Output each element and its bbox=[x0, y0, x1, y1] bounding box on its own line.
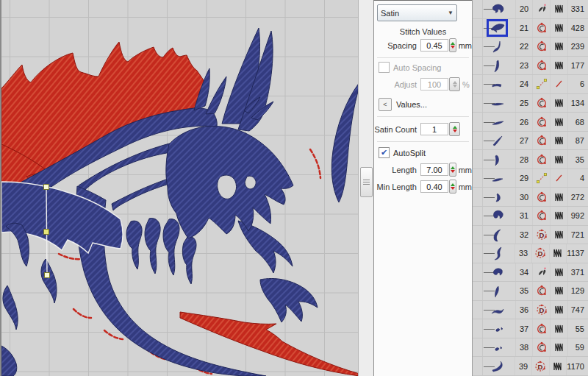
stitch-type-cell[interactable] bbox=[550, 226, 567, 244]
object-row-38[interactable]: 3859 bbox=[473, 338, 588, 358]
stitch-type-dropdown[interactable]: Satin ▼ bbox=[377, 4, 457, 21]
object-row-26[interactable]: 2668 bbox=[473, 113, 588, 132]
object-row-37[interactable]: 3755 bbox=[473, 319, 588, 338]
object-thumbnail[interactable] bbox=[483, 226, 515, 244]
stitch-type-cell[interactable] bbox=[550, 282, 567, 300]
object-thumbnail[interactable] bbox=[483, 357, 514, 375]
object-row-31[interactable]: 31992 bbox=[473, 207, 588, 226]
object-type-cell[interactable] bbox=[532, 75, 550, 93]
object-thumbnail[interactable] bbox=[483, 38, 515, 56]
path-node-handle[interactable] bbox=[44, 230, 49, 235]
object-row-22[interactable]: 22239 bbox=[473, 38, 588, 57]
object-thumbnail[interactable] bbox=[483, 319, 515, 338]
object-row-32[interactable]: 32D721 bbox=[473, 226, 588, 245]
spacing-input[interactable] bbox=[420, 39, 448, 52]
object-row-34[interactable]: 34371 bbox=[473, 263, 588, 283]
adjust-stepper[interactable] bbox=[449, 77, 460, 91]
object-type-cell[interactable] bbox=[532, 263, 550, 282]
stitch-type-cell[interactable] bbox=[550, 263, 567, 282]
object-type-cell[interactable] bbox=[532, 19, 550, 38]
stitch-type-cell[interactable] bbox=[550, 301, 567, 319]
stitch-type-cell[interactable] bbox=[550, 19, 567, 38]
object-thumbnail[interactable] bbox=[483, 150, 515, 169]
stitch-type-cell[interactable] bbox=[550, 188, 567, 206]
object-type-cell[interactable] bbox=[532, 319, 550, 338]
object-thumbnail[interactable] bbox=[483, 132, 515, 150]
object-thumbnail[interactable] bbox=[483, 113, 515, 131]
object-row-28[interactable]: 2835 bbox=[473, 150, 588, 169]
stitch-type-cell[interactable] bbox=[550, 132, 567, 150]
object-row-29[interactable]: 294 bbox=[473, 169, 588, 188]
values-collapse-button[interactable]: < bbox=[379, 98, 392, 111]
stitch-type-cell[interactable] bbox=[550, 338, 567, 357]
stitch-type-cell[interactable] bbox=[550, 169, 567, 188]
object-thumbnail[interactable] bbox=[483, 0, 515, 18]
object-row-24[interactable]: 246 bbox=[473, 75, 588, 94]
object-thumbnail[interactable] bbox=[483, 188, 515, 206]
min-length-stepper[interactable] bbox=[449, 180, 456, 194]
object-type-cell[interactable] bbox=[532, 38, 550, 56]
object-type-cell[interactable] bbox=[532, 207, 550, 225]
object-row-33[interactable]: 33D1137 bbox=[473, 244, 588, 263]
object-row-36[interactable]: 36D747 bbox=[473, 301, 588, 320]
stitch-type-cell[interactable] bbox=[550, 319, 567, 338]
object-type-cell[interactable] bbox=[532, 0, 550, 18]
object-thumbnail[interactable] bbox=[483, 19, 515, 38]
stitch-type-cell[interactable] bbox=[550, 94, 567, 113]
stitch-type-cell[interactable] bbox=[549, 244, 567, 263]
path-node-handle[interactable] bbox=[44, 185, 49, 190]
object-row-20[interactable]: 20331 bbox=[473, 0, 588, 19]
object-thumbnail[interactable] bbox=[483, 301, 515, 319]
object-row-35[interactable]: 35129 bbox=[473, 282, 588, 301]
auto-spacing-checkbox[interactable] bbox=[379, 62, 390, 73]
object-type-cell[interactable] bbox=[532, 282, 550, 300]
stitch-type-cell[interactable] bbox=[550, 0, 567, 18]
stitch-type-cell[interactable] bbox=[550, 150, 567, 169]
satin-count-stepper[interactable] bbox=[449, 122, 460, 136]
splitter-drag-handle[interactable] bbox=[360, 167, 373, 197]
adjust-input[interactable] bbox=[420, 78, 448, 91]
object-type-cell[interactable]: D bbox=[531, 357, 549, 375]
stitch-type-cell[interactable] bbox=[550, 75, 567, 93]
object-type-cell[interactable] bbox=[532, 94, 550, 113]
stitch-type-cell[interactable] bbox=[550, 207, 567, 225]
stitch-type-cell[interactable] bbox=[550, 57, 567, 75]
object-type-cell[interactable] bbox=[532, 169, 550, 188]
object-type-cell[interactable]: D bbox=[532, 226, 550, 244]
object-thumbnail[interactable] bbox=[483, 282, 515, 300]
object-thumbnail[interactable] bbox=[483, 57, 515, 75]
satin-count-input[interactable] bbox=[420, 123, 448, 135]
object-type-cell[interactable] bbox=[532, 338, 550, 357]
object-type-cell[interactable]: D bbox=[532, 301, 550, 319]
object-type-cell[interactable] bbox=[532, 57, 550, 75]
autosplit-checkbox[interactable] bbox=[379, 147, 390, 158]
path-node-handle[interactable] bbox=[45, 273, 50, 278]
stitch-type-cell[interactable] bbox=[550, 38, 567, 56]
object-row-39[interactable]: 39D1170 bbox=[473, 357, 588, 376]
object-row-21[interactable]: 21428 bbox=[473, 19, 588, 38]
object-type-cell[interactable] bbox=[532, 113, 550, 131]
design-canvas[interactable] bbox=[0, 0, 358, 376]
min-length-input[interactable] bbox=[420, 180, 448, 193]
stitch-type-cell[interactable] bbox=[549, 357, 567, 375]
values-button-label[interactable]: Values... bbox=[396, 100, 427, 109]
object-row-30[interactable]: 30272 bbox=[473, 188, 588, 207]
object-thumbnail[interactable] bbox=[483, 244, 514, 263]
object-row-27[interactable]: 2787 bbox=[473, 132, 588, 151]
object-type-cell[interactable] bbox=[532, 150, 550, 169]
object-row-25[interactable]: 25134 bbox=[473, 94, 588, 113]
object-type-cell[interactable]: D bbox=[531, 244, 549, 263]
object-row-23[interactable]: 23177 bbox=[473, 57, 588, 76]
object-thumbnail[interactable] bbox=[483, 263, 515, 282]
stitch-type-cell[interactable] bbox=[550, 113, 567, 131]
object-thumbnail[interactable] bbox=[483, 169, 515, 188]
object-thumbnail[interactable] bbox=[483, 207, 515, 225]
spacing-stepper[interactable] bbox=[449, 38, 456, 52]
object-thumbnail[interactable] bbox=[483, 75, 515, 93]
object-thumbnail[interactable] bbox=[483, 338, 515, 357]
object-type-cell[interactable] bbox=[532, 188, 550, 206]
length-input[interactable] bbox=[420, 163, 448, 176]
object-thumbnail[interactable] bbox=[483, 94, 515, 113]
object-type-cell[interactable] bbox=[532, 132, 550, 150]
length-stepper[interactable] bbox=[449, 163, 456, 177]
